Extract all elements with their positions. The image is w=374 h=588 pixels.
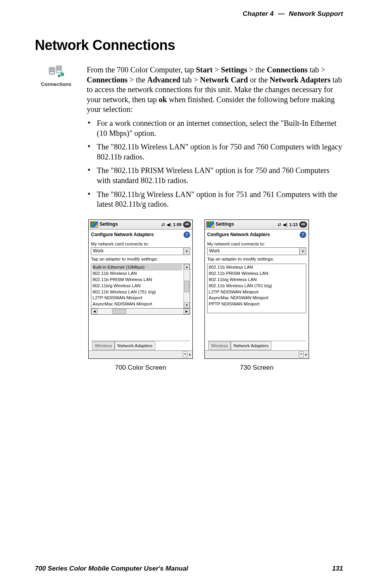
adapter-item[interactable]: 802.11b Wireless LAN [93,271,182,277]
help-icon[interactable]: ? [300,231,306,238]
connects-to-value: Work [91,248,183,255]
adapter-item[interactable]: L2TP NDISWAN Miniport [209,289,305,295]
help-icon[interactable]: ? [184,231,190,238]
device-screenshot-700: Settings ⇄ ◀ξ 1:09 ok Configure Network … [88,219,193,359]
footer-manual-title: 700 Series Color Mobile Computer User's … [35,565,188,573]
tab-network-adapters[interactable]: Network Adapters [231,341,271,350]
adapter-item[interactable]: Built-In Ethernet (10Mbps) [93,264,182,271]
ok-button[interactable]: ok [183,221,191,228]
section-title: Network Connections [35,37,343,53]
connects-to-value: Work [208,248,299,255]
connections-icon-caption: Connections [35,81,77,87]
adapter-item[interactable]: PPTP NDISWAN Miniport [209,301,305,307]
connectivity-icon[interactable]: ⇄ [278,222,281,227]
tab-bar: Wireless Network Adapters [207,341,306,350]
bullet-item: The "802.11b PRISM Wireless LAN" option … [87,166,343,185]
adapter-list-label: Tap an adapter to modify settings: [91,256,190,262]
soft-input-bar: ⌨ ▴ [89,350,192,358]
adapter-list[interactable]: Built-In Ethernet (10Mbps) 802.11b Wirel… [91,264,184,308]
svg-point-4 [61,73,64,76]
volume-icon[interactable]: ◀ξ [283,222,288,227]
start-flag-icon[interactable] [206,221,214,228]
adapter-item[interactable]: 802.11b/g Wireless LAN [209,277,305,283]
adapter-item[interactable]: 802.11b/g Wireless LAN [93,283,182,289]
connectivity-icon[interactable]: ⇄ [161,222,165,227]
keyboard-icon[interactable]: ⌨ [299,351,304,357]
header-right: Network Support [289,10,343,17]
header-left: Chapter 4 [243,10,274,17]
svg-rect-1 [50,69,53,72]
svg-point-5 [58,75,60,77]
bullet-item: For a work connection or an internet con… [87,118,343,138]
bullet-list: For a work connection or an internet con… [87,118,343,209]
running-header: Chapter 4 — Network Support [35,10,343,18]
scroll-down-icon[interactable]: ▼ [184,302,190,308]
adapter-item[interactable]: 802.11b Wireless LAN [209,264,305,271]
adapter-list-label: Tap an adapter to modify settings: [207,256,306,262]
clock: 1:09 [173,222,182,227]
topbar: Settings ⇄ ◀ξ 1:13 ok [205,220,309,230]
connections-icon [35,65,77,81]
ok-button[interactable]: ok [299,221,307,228]
svg-rect-3 [57,67,60,70]
adapter-item[interactable]: L2TP NDISWAN Miniport [93,295,182,301]
sip-arrow-icon[interactable]: ▴ [189,352,191,357]
panel-title: Configure Network Adapters [91,232,154,238]
scroll-thumb[interactable] [184,281,189,292]
adapter-item[interactable]: 802.11b Wireless LAN (751 b/g) [93,289,182,295]
footer-page-number: 131 [332,565,343,573]
adapter-item[interactable]: AsyncMac NDISWAN Miniport [209,295,305,301]
screenshot-caption-right: 730 Screen [204,363,309,372]
bullet-item: The "802.11b Wireless LAN" option is for… [87,142,343,162]
tab-wireless[interactable]: Wireless [208,341,231,350]
bullet-item: The "802.11b/g Wireless LAN" option is f… [87,190,343,209]
connections-icon-block: Connections [35,65,77,87]
header-dash: — [276,10,287,17]
panel-title: Configure Network Adapters [207,232,270,238]
vertical-scrollbar[interactable]: ▲ ▼ [184,264,190,308]
keyboard-icon[interactable]: ⌨ [183,351,187,357]
connects-to-label: My network card connects to: [91,241,190,247]
volume-icon[interactable]: ◀ξ [166,222,172,227]
scroll-thumb[interactable] [112,309,126,314]
scroll-right-icon[interactable]: ▶ [184,309,190,314]
scroll-up-icon[interactable]: ▲ [184,264,190,270]
start-flag-icon[interactable] [90,221,98,228]
connects-to-select[interactable]: Work ▾ [91,247,190,255]
topbar: Settings ⇄ ◀ξ 1:09 ok [89,220,192,230]
connects-to-select[interactable]: Work ▾ [207,247,306,255]
soft-input-bar: ⌨ ▴ [205,350,309,358]
adapter-item[interactable]: 802.11b PRISM Wireless LAN [209,271,305,277]
horizontal-scrollbar[interactable]: ◀ ▶ [91,309,190,315]
topbar-title: Settings [216,221,234,227]
dropdown-arrow-icon[interactable]: ▾ [183,248,190,255]
tab-wireless[interactable]: Wireless [92,341,115,350]
adapter-item[interactable]: AsyncMac NDISWAN Miniport [93,301,182,307]
device-screenshot-730: Settings ⇄ ◀ξ 1:13 ok Configure Network … [204,219,309,359]
tab-bar: Wireless Network Adapters [91,341,190,350]
scroll-left-icon[interactable]: ◀ [91,309,98,314]
screenshot-caption-left: 700 Color Screen [88,363,193,372]
adapter-list[interactable]: 802.11b Wireless LAN 802.11b PRISM Wirel… [208,264,306,313]
tab-network-adapters[interactable]: Network Adapters [115,341,155,350]
dropdown-arrow-icon[interactable]: ▾ [299,248,306,255]
connects-to-label: My network card connects to: [207,241,306,247]
page-footer: 700 Series Color Mobile Computer User's … [35,565,343,573]
sip-arrow-icon[interactable]: ▴ [305,352,307,357]
adapter-item[interactable]: 802.11b PRISM Wireless LAN [93,277,182,283]
intro-paragraph: From the 700 Color Computer, tap Start >… [87,65,343,115]
adapter-item[interactable]: 802.11b Wireless LAN (751 b/g) [209,283,305,289]
topbar-title: Settings [100,221,118,227]
clock: 1:13 [289,222,298,227]
